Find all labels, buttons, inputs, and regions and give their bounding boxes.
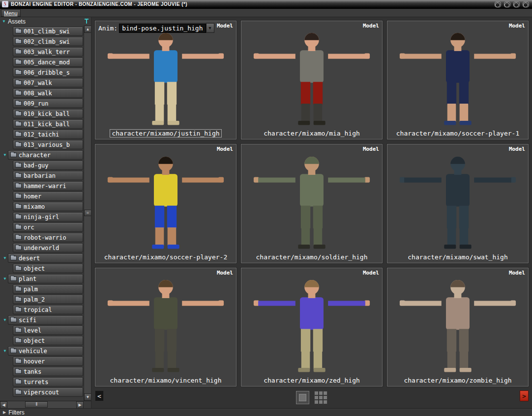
- asset-folder-button[interactable]: object: [13, 336, 83, 345]
- assets-header[interactable]: ▼ Assets: [0, 17, 91, 26]
- pin-icon[interactable]: [84, 19, 89, 24]
- vertical-scroll-track[interactable]: =: [84, 33, 91, 393]
- model-preview[interactable]: [241, 268, 382, 386]
- asset-folder-button[interactable]: 006_dribble_s: [13, 68, 83, 77]
- model-preview[interactable]: [241, 144, 382, 262]
- minimize-button[interactable]: [495, 1, 501, 7]
- scroll-up-icon[interactable]: ▲: [84, 26, 91, 33]
- model-caption[interactable]: character/mixamo/vincent_high: [95, 377, 236, 384]
- asset-folder-label: barbarian: [24, 172, 56, 179]
- vertical-scrollbar[interactable]: ▲ = ▼: [84, 26, 91, 401]
- asset-folder-button[interactable]: 009_run: [13, 99, 83, 108]
- asset-folder-button[interactable]: desert: [8, 253, 83, 263]
- model-preview[interactable]: [241, 21, 382, 139]
- model-caption[interactable]: character/mixamo/soldier_high: [241, 253, 382, 261]
- asset-folder-button[interactable]: 005_dance_mod: [13, 57, 83, 67]
- asset-folder-button[interactable]: ninja-girl: [13, 212, 83, 222]
- model-card[interactable]: ▼ Model character/mixamo/swat_high: [387, 144, 529, 263]
- asset-folder-button[interactable]: homer: [13, 192, 83, 201]
- model-caption[interactable]: character/mixamo/swat_high: [387, 253, 528, 261]
- model-caption[interactable]: character/mixamo/soccer-player-2: [95, 253, 236, 261]
- model-caption[interactable]: character/mixamo/mia_high: [241, 130, 382, 137]
- anim-dropdown-button[interactable]: ▼: [206, 23, 214, 33]
- asset-folder-button[interactable]: 008_walk: [13, 88, 83, 98]
- maximize-button[interactable]: [513, 1, 520, 7]
- asset-folder-button[interactable]: 013_various_b: [13, 140, 83, 149]
- asset-folder-label: vehicule: [19, 348, 47, 355]
- asset-folder-button[interactable]: scifi: [8, 315, 83, 325]
- scroll-down-icon[interactable]: ▼: [84, 393, 91, 401]
- model-caption[interactable]: character/mixamo/soccer-player-1: [387, 130, 528, 137]
- asset-folder-button[interactable]: robot-warrio: [13, 233, 83, 242]
- asset-folder-button[interactable]: 011_kick_ball: [13, 119, 83, 129]
- chevron-down-icon[interactable]: ▼: [2, 256, 8, 260]
- chevron-down-icon[interactable]: ▼: [2, 153, 8, 157]
- asset-folder-label: tanks: [24, 368, 41, 375]
- vertical-scroll-handle[interactable]: =: [84, 210, 91, 216]
- asset-folder-button[interactable]: 002_climb_swi: [13, 37, 83, 46]
- horizontal-scroll-track[interactable]: ‖: [7, 401, 76, 408]
- model-card[interactable]: ▼ Model character/mixamo/zed_high: [241, 268, 383, 387]
- model-preview[interactable]: [387, 21, 528, 139]
- model-caption[interactable]: character/mixamo/justin_high: [95, 130, 236, 137]
- asset-folder-button[interactable]: plant: [8, 274, 83, 283]
- asset-folder-button[interactable]: 010_kick_ball: [13, 109, 83, 118]
- asset-folder-button[interactable]: tanks: [13, 367, 83, 376]
- asset-folder-button[interactable]: hammer-warri: [13, 181, 83, 191]
- model-card[interactable]: Anim: bind-pose.justin_high ▼ Model: [95, 21, 236, 139]
- asset-folder-button[interactable]: 012_taichi: [13, 130, 83, 139]
- asset-folder-button[interactable]: 007_walk: [13, 78, 83, 87]
- model-preview[interactable]: [387, 144, 528, 262]
- asset-folder-button[interactable]: mixamo: [13, 202, 83, 211]
- grid-view-button[interactable]: [314, 391, 327, 404]
- scroll-right-icon[interactable]: ▶: [76, 401, 84, 409]
- asset-folder-button[interactable]: vehicule: [8, 346, 83, 356]
- folder-icon: [15, 163, 22, 167]
- model-card[interactable]: ▼ Model character/mixamo/zombie_high: [387, 268, 529, 387]
- asset-folder-button[interactable]: hoover: [13, 357, 83, 366]
- asset-folder-button[interactable]: level: [13, 326, 83, 335]
- chevron-down-icon[interactable]: ▼: [2, 349, 8, 353]
- asset-folder-button[interactable]: viperscout: [13, 388, 83, 397]
- horizontal-scrollbar[interactable]: ◀ ‖ ▶: [0, 401, 91, 408]
- model-card[interactable]: ▼ Model character/mixamo/vincent_high: [95, 268, 236, 387]
- asset-folder-button[interactable]: 001_climb_swi: [13, 27, 83, 36]
- folder-icon: [15, 266, 22, 271]
- asset-folder-button[interactable]: orc: [13, 222, 83, 232]
- asset-folder-button[interactable]: turrets: [13, 377, 83, 387]
- asset-folder-button[interactable]: bad-guy: [13, 161, 83, 170]
- asset-folder-button[interactable]: tropical: [13, 305, 83, 314]
- asset-folder-button[interactable]: palm_2: [13, 295, 83, 304]
- close-button[interactable]: [523, 1, 529, 7]
- model-preview[interactable]: [95, 144, 236, 262]
- menu-button[interactable]: Menu: [1, 9, 21, 17]
- folder-icon: [10, 349, 17, 353]
- horizontal-scroll-handle[interactable]: ‖: [25, 401, 48, 408]
- scroll-left-icon[interactable]: ◀: [0, 401, 7, 409]
- previous-page-button[interactable]: <: [95, 390, 104, 401]
- single-view-button[interactable]: [296, 391, 309, 404]
- asset-folder-label: palm: [24, 286, 38, 293]
- asset-folder-button[interactable]: barbarian: [13, 171, 83, 180]
- asset-folder-button[interactable]: object: [13, 264, 83, 273]
- model-caption[interactable]: character/mixamo/zombie_high: [387, 377, 528, 384]
- asset-folder-button[interactable]: character: [8, 150, 83, 160]
- chevron-down-icon[interactable]: ▼: [2, 277, 8, 281]
- model-preview[interactable]: [387, 268, 528, 386]
- model-preview[interactable]: [95, 268, 236, 386]
- model-preview[interactable]: [95, 21, 236, 139]
- model-card[interactable]: ▼ Model character/mixamo/mia_high: [241, 21, 383, 139]
- model-card[interactable]: ▼ Model character/mixamo/soccer-playe: [387, 21, 529, 139]
- chevron-down-icon[interactable]: ▼: [2, 318, 8, 322]
- folder-icon: [15, 142, 22, 147]
- next-page-button[interactable]: >: [520, 390, 529, 401]
- filters-header[interactable]: ▶ Filters: [0, 408, 532, 416]
- model-card[interactable]: ▼ Model character/mixamo/soccer-playe: [95, 144, 236, 263]
- asset-folder-button[interactable]: palm: [13, 284, 83, 294]
- model-card[interactable]: ▼ Model character/mixamo/soldier_high: [241, 144, 383, 263]
- restore-button[interactable]: [504, 1, 510, 7]
- anim-dropdown-value[interactable]: bind-pose.justin_high: [119, 24, 206, 33]
- asset-folder-button[interactable]: underworld: [13, 243, 83, 252]
- model-caption[interactable]: character/mixamo/zed_high: [241, 377, 382, 384]
- asset-folder-button[interactable]: 003_walk_terr: [13, 47, 83, 56]
